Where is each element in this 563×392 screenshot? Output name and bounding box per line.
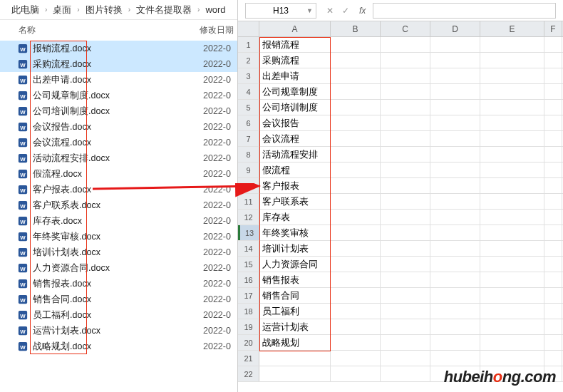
- cell[interactable]: [480, 319, 544, 334]
- cell[interactable]: [259, 351, 331, 366]
- cell[interactable]: [480, 68, 544, 83]
- file-row[interactable]: W客户报表.docx2022-0: [0, 182, 237, 197]
- cell[interactable]: 采购流程: [259, 53, 331, 68]
- cell[interactable]: 销售报表: [259, 272, 331, 287]
- grid-row[interactable]: 17销售合同: [238, 288, 563, 304]
- row-header[interactable]: 19: [238, 319, 259, 334]
- column-header-name[interactable]: 名称: [0, 24, 200, 36]
- cell[interactable]: [331, 335, 381, 350]
- cell[interactable]: [430, 37, 480, 52]
- cell[interactable]: [381, 194, 430, 209]
- cell[interactable]: [331, 37, 381, 52]
- breadcrumb-item[interactable]: 桌面: [50, 4, 74, 16]
- cell[interactable]: [430, 257, 480, 272]
- cell[interactable]: 人力资源合同: [259, 257, 331, 272]
- cell[interactable]: [381, 351, 430, 366]
- grid-row[interactable]: 3出差申请: [238, 68, 563, 84]
- cell[interactable]: [480, 241, 544, 256]
- cell[interactable]: [381, 37, 430, 52]
- fx-label[interactable]: fx: [359, 6, 366, 16]
- file-row[interactable]: W公司培训制度.docx2022-0: [0, 103, 237, 119]
- cell[interactable]: 活动流程安排: [259, 147, 331, 162]
- formula-input[interactable]: [373, 3, 556, 19]
- cell[interactable]: [430, 131, 480, 146]
- file-row[interactable]: W报销流程.docx2022-0: [0, 41, 237, 56]
- cell[interactable]: [480, 210, 544, 225]
- cell[interactable]: [544, 178, 562, 193]
- cell[interactable]: [331, 115, 381, 130]
- cell[interactable]: [381, 225, 430, 240]
- cell[interactable]: [331, 272, 381, 287]
- cell[interactable]: 报销流程: [259, 37, 331, 52]
- row-header[interactable]: 22: [238, 366, 259, 381]
- cell[interactable]: [331, 100, 381, 115]
- breadcrumb-item[interactable]: word: [202, 4, 228, 15]
- file-row[interactable]: W销售合同.docx2022-0: [0, 292, 237, 307]
- cell[interactable]: [381, 241, 430, 256]
- cell[interactable]: [480, 115, 544, 130]
- row-header[interactable]: 20: [238, 335, 259, 350]
- cell[interactable]: [480, 131, 544, 146]
- cell[interactable]: [430, 304, 480, 319]
- cell[interactable]: [544, 225, 562, 240]
- file-row[interactable]: W销售报表.docx2022-0: [0, 276, 237, 292]
- cell[interactable]: [480, 37, 544, 52]
- row-header[interactable]: 4: [238, 84, 259, 99]
- grid-row[interactable]: 14培训计划表: [238, 241, 563, 257]
- cell[interactable]: [430, 178, 480, 193]
- grid-row[interactable]: 13年终奖审核: [238, 225, 563, 241]
- row-header[interactable]: 14: [238, 241, 259, 256]
- cell[interactable]: [381, 319, 430, 334]
- cell[interactable]: [331, 304, 381, 319]
- file-row[interactable]: W培训计划表.docx2022-0: [0, 244, 237, 260]
- column-header[interactable]: E: [480, 21, 544, 36]
- grid-row[interactable]: 8活动流程安排: [238, 147, 563, 163]
- cell[interactable]: [331, 257, 381, 272]
- row-header[interactable]: 12: [238, 210, 259, 225]
- breadcrumb-item[interactable]: 文件名提取器: [133, 4, 195, 16]
- file-row[interactable]: W采购流程.docx2022-0: [0, 56, 237, 72]
- row-header[interactable]: 1: [238, 37, 259, 52]
- cell[interactable]: [331, 225, 381, 240]
- cell[interactable]: [480, 225, 544, 240]
- cell[interactable]: [381, 115, 430, 130]
- cell[interactable]: [381, 147, 430, 162]
- cell[interactable]: [430, 272, 480, 287]
- file-row[interactable]: W客户联系表.docx2022-0: [0, 197, 237, 213]
- cell[interactable]: [544, 288, 562, 303]
- cell[interactable]: [480, 178, 544, 193]
- cell[interactable]: [331, 288, 381, 303]
- file-row[interactable]: W出差申请.docx2022-0: [0, 72, 237, 88]
- cell[interactable]: [544, 319, 562, 334]
- cell[interactable]: 战略规划: [259, 335, 331, 350]
- cell[interactable]: [430, 241, 480, 256]
- column-header[interactable]: A: [259, 21, 331, 36]
- file-row[interactable]: W年终奖审核.docx2022-0: [0, 229, 237, 244]
- cell[interactable]: 运营计划表: [259, 319, 331, 334]
- cell[interactable]: [544, 210, 562, 225]
- cancel-icon[interactable]: ✕: [324, 6, 336, 16]
- cell[interactable]: [430, 335, 480, 350]
- file-row[interactable]: W公司规章制度.docx2022-0: [0, 88, 237, 103]
- cell[interactable]: [331, 194, 381, 209]
- confirm-icon[interactable]: ✓: [339, 6, 352, 16]
- cell[interactable]: [331, 147, 381, 162]
- file-row[interactable]: W假流程.docx2022-0: [0, 166, 237, 182]
- cell[interactable]: [544, 100, 562, 115]
- name-box[interactable]: H13 ▼: [245, 3, 316, 19]
- cell[interactable]: [544, 147, 562, 162]
- cell[interactable]: [381, 335, 430, 350]
- cell[interactable]: [480, 194, 544, 209]
- column-header[interactable]: F: [544, 21, 562, 36]
- column-header[interactable]: C: [381, 21, 430, 36]
- cell[interactable]: [381, 100, 430, 115]
- cell[interactable]: [544, 194, 562, 209]
- row-header[interactable]: 8: [238, 147, 259, 162]
- grid-row[interactable]: 19运营计划表: [238, 319, 563, 335]
- cell[interactable]: [544, 37, 562, 52]
- breadcrumb-item[interactable]: 图片转换: [83, 4, 125, 16]
- cell[interactable]: 会议报告: [259, 115, 331, 130]
- cell[interactable]: [480, 53, 544, 68]
- cell[interactable]: [430, 163, 480, 177]
- cell[interactable]: [544, 272, 562, 287]
